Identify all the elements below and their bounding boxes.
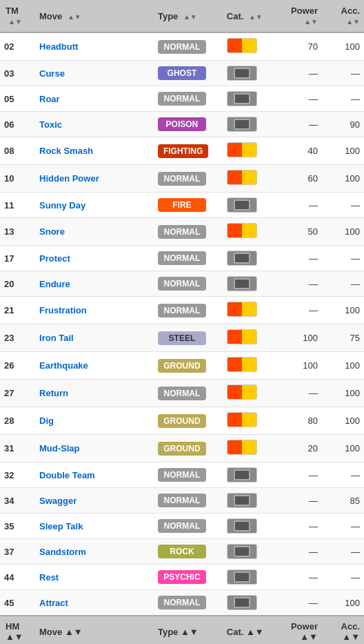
move-accuracy: 90: [322, 112, 364, 137]
move-category-cell: [223, 32, 269, 61]
move-type-cell: POISON: [154, 112, 223, 137]
physical-cat-icon: [227, 329, 257, 344]
move-link[interactable]: Swagger: [39, 496, 77, 506]
move-link[interactable]: Sunny Day: [39, 200, 85, 211]
move-accuracy: 100: [322, 590, 364, 616]
tm-number: 13: [0, 218, 35, 246]
move-category-cell: [223, 86, 269, 112]
move-accuracy: 100: [322, 352, 364, 380]
move-category-cell: [223, 218, 269, 246]
type-badge: GROUND: [158, 414, 206, 428]
move-link[interactable]: Rest: [39, 572, 59, 583]
move-power: —: [268, 271, 322, 297]
move-power: 80: [268, 407, 322, 435]
type-badge: FIGHTING: [158, 144, 208, 158]
status-cat-icon: [227, 493, 257, 508]
move-link[interactable]: Earthquake: [39, 360, 88, 371]
power-header[interactable]: Power ▲▼: [268, 0, 322, 32]
move-link[interactable]: Curse: [39, 68, 65, 79]
table-row: 03CurseGHOST——: [0, 61, 364, 86]
move-name-cell: Sandstorm: [35, 539, 154, 565]
type-badge: NORMAL: [158, 468, 206, 482]
move-link[interactable]: Return: [39, 388, 68, 398]
move-link[interactable]: Dig: [39, 416, 54, 426]
move-name-cell: Endure: [35, 271, 154, 297]
status-cat-icon: [227, 117, 257, 132]
move-power: 40: [268, 137, 322, 165]
physical-cat-icon: [227, 223, 257, 238]
hm-acc-header: Acc. ▲▼: [322, 616, 364, 644]
acc-sort-icon: ▲▼: [346, 18, 360, 26]
move-type-cell: NORMAL: [154, 297, 223, 324]
move-type-cell: NORMAL: [154, 462, 223, 488]
table-row: 11Sunny DayFIRE——: [0, 193, 364, 218]
tm-number: 34: [0, 488, 35, 514]
physical-cat-icon: [227, 302, 257, 317]
tm-number: 05: [0, 86, 35, 112]
tm-number: 37: [0, 539, 35, 565]
move-link[interactable]: Double Team: [39, 470, 95, 480]
tm-header[interactable]: TM ▲▼: [0, 0, 35, 32]
move-name-cell: Iron Tail: [35, 324, 154, 352]
move-type-cell: NORMAL: [154, 590, 223, 616]
move-power: —: [268, 488, 322, 514]
move-accuracy: 100: [322, 297, 364, 324]
table-row: 28DigGROUND80100: [0, 407, 364, 435]
move-accuracy: 75: [322, 324, 364, 352]
move-category-cell: [223, 514, 269, 539]
move-link[interactable]: Headbutt: [39, 41, 78, 52]
hm-cat-header: Cat. ▲▼: [223, 616, 269, 644]
status-cat-icon: [227, 518, 257, 534]
physical-cat-icon: [227, 440, 257, 455]
move-name-cell: Return: [35, 380, 154, 407]
table-row: 44RestPSYCHIC——: [0, 565, 364, 590]
cat-header[interactable]: Cat. ▲▼: [223, 0, 269, 32]
move-link[interactable]: Attract: [39, 598, 68, 608]
move-type-cell: NORMAL: [154, 271, 223, 297]
move-link[interactable]: Toxic: [39, 119, 62, 130]
type-badge: NORMAL: [158, 92, 206, 106]
move-type-cell: ROCK: [154, 539, 223, 565]
move-category-cell: [223, 435, 269, 462]
move-category-cell: [223, 590, 269, 616]
move-link[interactable]: Endure: [39, 279, 70, 289]
tm-number: 26: [0, 352, 35, 380]
type-badge: NORMAL: [158, 251, 206, 265]
move-power: —: [268, 246, 322, 271]
move-link[interactable]: Sandstorm: [39, 547, 86, 557]
acc-header[interactable]: Acc. ▲▼: [322, 0, 364, 32]
move-name-cell: Curse: [35, 61, 154, 86]
move-category-cell: [223, 271, 269, 297]
move-accuracy: —: [322, 271, 364, 297]
physical-cat-icon: [227, 412, 257, 427]
move-category-cell: [223, 165, 269, 193]
move-accuracy: 100: [322, 380, 364, 407]
move-power: —: [268, 86, 322, 112]
move-accuracy: —: [322, 86, 364, 112]
move-link[interactable]: Frustration: [39, 305, 87, 315]
status-cat-icon: [227, 91, 257, 106]
move-link[interactable]: Sleep Talk: [39, 521, 83, 531]
move-accuracy: —: [322, 539, 364, 565]
type-badge: NORMAL: [158, 304, 206, 318]
move-power: —: [268, 539, 322, 565]
move-link[interactable]: Iron Tail: [39, 333, 74, 343]
type-badge: NORMAL: [158, 387, 206, 400]
move-header[interactable]: Move ▲▼: [35, 0, 154, 32]
move-link[interactable]: Mud-Slap: [39, 443, 80, 453]
move-name-cell: Sleep Talk: [35, 514, 154, 539]
power-sort-icon: ▲▼: [304, 18, 318, 26]
move-link[interactable]: Hidden Power: [39, 173, 99, 184]
move-name-cell: Frustration: [35, 297, 154, 324]
move-link[interactable]: Protect: [39, 253, 70, 264]
type-header[interactable]: Type ▲▼: [154, 0, 223, 32]
move-accuracy: —: [322, 565, 364, 590]
type-badge: POISON: [158, 117, 206, 131]
move-link[interactable]: Rock Smash: [39, 146, 93, 156]
move-accuracy: —: [322, 462, 364, 488]
move-link[interactable]: Snore: [39, 226, 65, 237]
hm-type-header: Type ▲▼: [154, 616, 223, 644]
move-accuracy: 100: [322, 137, 364, 165]
move-link[interactable]: Roar: [39, 94, 60, 104]
type-badge: NORMAL: [158, 596, 206, 609]
